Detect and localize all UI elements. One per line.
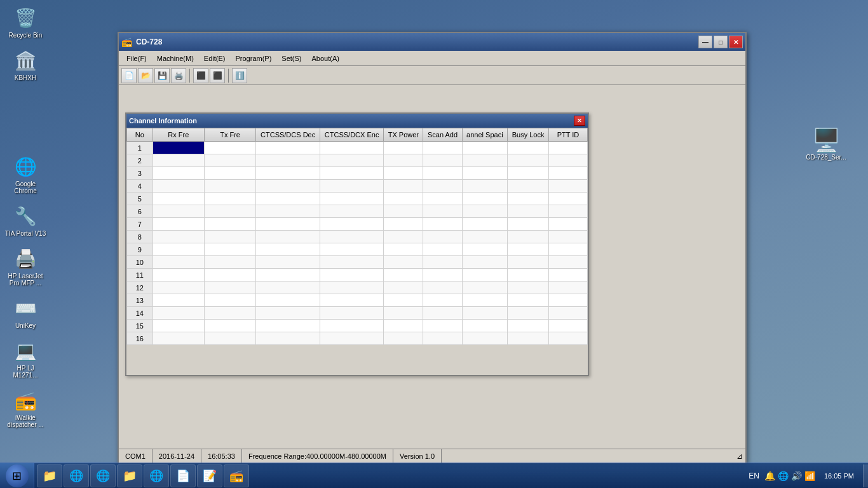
cell-r7-c3[interactable] <box>256 218 320 231</box>
menu-about[interactable]: About(A) <box>307 53 344 64</box>
cell-r1-c5[interactable] <box>384 142 423 154</box>
cell-r10-c1[interactable] <box>153 256 204 269</box>
cell-r13-c2[interactable] <box>204 294 255 307</box>
cell-r2-c5[interactable] <box>384 154 423 167</box>
cell-r11-c0[interactable]: 11 <box>127 269 153 281</box>
cell-r6-c7[interactable] <box>462 205 508 218</box>
close-button[interactable]: ✕ <box>729 36 743 48</box>
menu-file[interactable]: File(F) <box>121 53 152 64</box>
cell-r15-c1[interactable] <box>153 320 204 332</box>
cell-r16-c6[interactable] <box>423 332 462 345</box>
cell-r12-c5[interactable] <box>384 281 423 294</box>
cell-r7-c2[interactable] <box>204 218 255 231</box>
cell-r14-c0[interactable]: 14 <box>127 307 153 320</box>
cell-r7-c0[interactable]: 7 <box>127 218 153 231</box>
table-row[interactable]: 1 <box>127 142 588 154</box>
cell-r9-c0[interactable]: 9 <box>127 243 153 256</box>
cell-r9-c8[interactable] <box>508 243 549 256</box>
cell-r12-c7[interactable] <box>462 281 508 294</box>
cell-r13-c5[interactable] <box>384 294 423 307</box>
cell-r8-c0[interactable]: 8 <box>127 231 153 243</box>
cell-r2-c8[interactable] <box>508 154 549 167</box>
volume-icon[interactable]: 🔊 <box>791 471 802 481</box>
cell-r2-c3[interactable] <box>256 154 320 167</box>
desktop-icon-google-chrome[interactable]: 🌐 Google Chrome <box>3 152 48 196</box>
cell-r6-c5[interactable] <box>384 205 423 218</box>
cell-r3-c3[interactable] <box>256 167 320 180</box>
notification-icon[interactable]: 🔔 <box>764 471 775 481</box>
taskbar-app-folder[interactable]: 📁 <box>117 464 142 487</box>
cell-r15-c7[interactable] <box>462 320 508 332</box>
cell-r16-c0[interactable]: 16 <box>127 332 153 345</box>
cell-r10-c0[interactable]: 10 <box>127 256 153 269</box>
cell-r11-c4[interactable] <box>320 269 384 281</box>
minimize-button[interactable]: — <box>698 36 712 48</box>
taskbar-app-explorer[interactable]: 📁 <box>37 464 62 487</box>
cell-r16-c7[interactable] <box>462 332 508 345</box>
desktop-icon-cd728[interactable]: 🖥️ CD-728_Ser... <box>803 127 849 161</box>
table-row[interactable]: 12 <box>127 281 588 294</box>
cell-r6-c6[interactable] <box>423 205 462 218</box>
cell-r16-c9[interactable] <box>548 332 587 345</box>
desktop-icon-hp[interactable]: 🖨️ HP LaserJet Pro MFP ... <box>3 244 48 288</box>
cell-r11-c6[interactable] <box>423 269 462 281</box>
cell-r11-c1[interactable] <box>153 269 204 281</box>
cell-r4-c4[interactable] <box>320 180 384 193</box>
table-row[interactable]: 16 <box>127 332 588 345</box>
cell-r1-c6[interactable] <box>423 142 462 154</box>
cell-r4-c8[interactable] <box>508 180 549 193</box>
cell-r2-c4[interactable] <box>320 154 384 167</box>
toolbar-print-btn[interactable]: 🖨️ <box>171 68 186 83</box>
table-row[interactable]: 7 <box>127 218 588 231</box>
cell-r12-c1[interactable] <box>153 281 204 294</box>
taskbar-app-ie[interactable]: 🌐 <box>90 464 116 487</box>
cell-r4-c3[interactable] <box>256 180 320 193</box>
sub-close-button[interactable]: ✕ <box>574 116 585 126</box>
cell-r3-c4[interactable] <box>320 167 384 180</box>
cell-r5-c9[interactable] <box>548 193 587 205</box>
cell-r12-c4[interactable] <box>320 281 384 294</box>
toolbar-btn5[interactable]: ⬛ <box>193 68 208 83</box>
cell-r9-c7[interactable] <box>462 243 508 256</box>
cell-r15-c5[interactable] <box>384 320 423 332</box>
cell-r16-c3[interactable] <box>256 332 320 345</box>
cell-r13-c7[interactable] <box>462 294 508 307</box>
cell-r10-c9[interactable] <box>548 256 587 269</box>
cell-r14-c5[interactable] <box>384 307 423 320</box>
cell-r4-c0[interactable]: 4 <box>127 180 153 193</box>
cell-r7-c1[interactable] <box>153 218 204 231</box>
taskbar-app-doc[interactable]: 📄 <box>170 464 196 487</box>
cell-r1-c0[interactable]: 1 <box>127 142 153 154</box>
cell-r12-c8[interactable] <box>508 281 549 294</box>
cell-r2-c9[interactable] <box>548 154 587 167</box>
cell-r7-c9[interactable] <box>548 218 587 231</box>
cell-r9-c9[interactable] <box>548 243 587 256</box>
table-row[interactable]: 4 <box>127 180 588 193</box>
cell-r9-c1[interactable] <box>153 243 204 256</box>
cell-r5-c2[interactable] <box>204 193 255 205</box>
cell-r16-c1[interactable] <box>153 332 204 345</box>
cell-r3-c2[interactable] <box>204 167 255 180</box>
cell-r13-c3[interactable] <box>256 294 320 307</box>
menu-set[interactable]: Set(S) <box>276 53 306 64</box>
cell-r1-c1[interactable] <box>153 142 204 154</box>
cell-r14-c7[interactable] <box>462 307 508 320</box>
desktop-icon-kbhxh[interactable]: 🏛️ KBHXH <box>3 46 48 83</box>
cell-r3-c7[interactable] <box>462 167 508 180</box>
cell-r13-c8[interactable] <box>508 294 549 307</box>
cell-r16-c2[interactable] <box>204 332 255 345</box>
cell-r15-c4[interactable] <box>320 320 384 332</box>
toolbar-btn6[interactable]: ⬛ <box>210 68 225 83</box>
cell-r14-c2[interactable] <box>204 307 255 320</box>
taskbar-app-radio[interactable]: 📻 <box>224 464 249 487</box>
cell-r8-c5[interactable] <box>384 231 423 243</box>
table-row[interactable]: 14 <box>127 307 588 320</box>
cell-r6-c9[interactable] <box>548 205 587 218</box>
cell-r1-c8[interactable] <box>508 142 549 154</box>
cell-r14-c4[interactable] <box>320 307 384 320</box>
cell-r8-c3[interactable] <box>256 231 320 243</box>
cell-r12-c2[interactable] <box>204 281 255 294</box>
cell-r3-c8[interactable] <box>508 167 549 180</box>
start-button[interactable]: ⊞ <box>0 463 34 489</box>
desktop-icon-iwalkie[interactable]: 📻 iWalkie dispatcher ... <box>3 386 48 430</box>
